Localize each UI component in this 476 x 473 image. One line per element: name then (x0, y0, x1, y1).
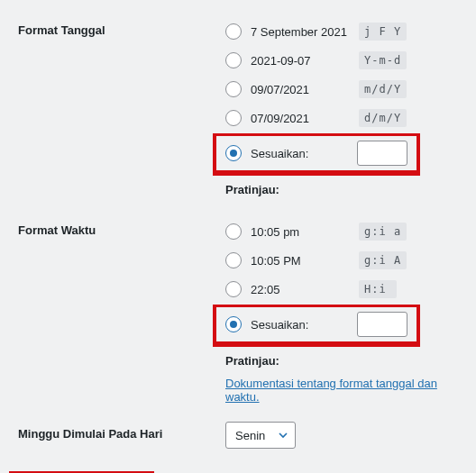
date-option-label: 2021-09-07 (251, 54, 359, 68)
time-custom-input[interactable] (357, 312, 407, 337)
radio-icon (225, 252, 242, 268)
time-custom-highlight: Sesuaikan: (213, 305, 420, 347)
date-preview-label: Pratinjau: (225, 183, 458, 196)
time-format-label: Format Waktu (18, 218, 225, 237)
chevron-down-icon (279, 431, 288, 440)
week-start-control: Senin (225, 422, 458, 449)
time-format-options: 10:05 pm g:i a 10:05 PM g:i A 22:05 H:i … (225, 218, 458, 404)
date-custom-highlight: Sesuaikan: (213, 133, 420, 176)
time-option-label: 10:05 pm (251, 225, 359, 239)
date-custom-input[interactable] (357, 141, 407, 166)
week-start-label: Minggu Dimulai Pada Hari (18, 422, 225, 441)
date-option-code: Y-m-d (359, 51, 407, 69)
radio-icon (225, 281, 242, 297)
time-option-2[interactable]: 22:05 H:i (225, 276, 458, 303)
date-custom-label: Sesuaikan: (251, 147, 357, 160)
week-start-selected: Senin (235, 429, 265, 442)
date-option-code: d/m/Y (359, 109, 407, 127)
radio-icon[interactable] (225, 316, 242, 332)
week-start-row: Minggu Dimulai Pada Hari Senin (18, 422, 458, 449)
date-option-label: 09/07/2021 (251, 83, 359, 96)
date-option-1[interactable]: 2021-09-07 Y-m-d (225, 47, 458, 74)
time-option-code: H:i (359, 280, 397, 298)
radio-icon (225, 23, 242, 40)
week-start-select[interactable]: Senin (225, 422, 296, 449)
time-option-label: 10:05 PM (251, 254, 359, 268)
date-format-options: 7 September 2021 j F Y 2021-09-07 Y-m-d … (225, 18, 458, 200)
date-option-2[interactable]: 09/07/2021 m/d/Y (225, 76, 458, 103)
time-preview-label: Pratinjau: (225, 354, 458, 368)
date-option-code: j F Y (359, 23, 407, 41)
radio-icon (225, 223, 242, 240)
time-option-label: 22:05 (251, 283, 359, 296)
time-option-1[interactable]: 10:05 PM g:i A (225, 247, 458, 274)
date-option-label: 07/09/2021 (251, 112, 359, 125)
radio-icon (225, 81, 242, 97)
date-option-code: m/d/Y (359, 80, 407, 98)
radio-icon (225, 52, 242, 68)
date-format-row: Format Tanggal 7 September 2021 j F Y 20… (18, 18, 458, 200)
date-option-label: 7 September 2021 (251, 25, 359, 39)
radio-icon (225, 110, 242, 126)
date-option-0[interactable]: 7 September 2021 j F Y (225, 18, 458, 45)
time-option-code: g:i A (359, 251, 407, 269)
time-format-row: Format Waktu 10:05 pm g:i a 10:05 PM g:i… (18, 218, 458, 404)
time-option-0[interactable]: 10:05 pm g:i a (225, 218, 458, 245)
radio-icon[interactable] (225, 145, 242, 161)
time-option-code: g:i a (359, 223, 407, 241)
date-option-3[interactable]: 07/09/2021 d/m/Y (225, 105, 458, 132)
time-custom-label: Sesuaikan: (251, 318, 357, 332)
datetime-doc-link[interactable]: Dokumentasi tentang format tanggal dan w… (225, 377, 458, 404)
date-format-label: Format Tanggal (18, 18, 225, 37)
